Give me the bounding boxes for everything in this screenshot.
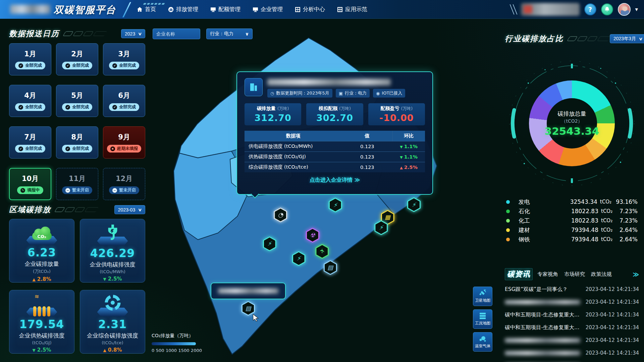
mouse-cursor-icon <box>252 314 259 321</box>
map-marker-document[interactable]: ▤ <box>324 260 337 275</box>
map-marker-lightning[interactable]: ⚡ <box>407 197 421 212</box>
month-card-may[interactable]: 5月 ✔全部完成 <box>56 85 98 117</box>
check-icon: ✔ <box>18 105 23 110</box>
redacted-company-name <box>218 288 278 294</box>
lightning-icon: ⚡ <box>379 225 383 231</box>
badge-label: 全部完成 <box>72 104 89 110</box>
regional-period-select[interactable]: 2023-03∨ <box>114 205 145 214</box>
news-item[interactable]: 碳中和五期项目-生态修复重大工程2023-04-12 14:21:34 <box>505 321 639 334</box>
greenhouse-gas-button[interactable]: 温室气体 <box>473 332 492 352</box>
notifications-button[interactable] <box>601 3 613 15</box>
news-item[interactable]: 碳中和五期项目-生态修复重大工程...2023-04-12 14:21:34 <box>505 308 639 321</box>
nav-item-emission-management[interactable]: 排放管理 <box>168 6 198 13</box>
satellite-icon <box>479 290 487 297</box>
industry-filter-select[interactable]: 行业：电力 ∨ <box>206 28 253 39</box>
chevron-down-icon: ∨ <box>245 31 249 37</box>
map-marker-gauge[interactable]: ◔ <box>274 207 287 222</box>
help-button[interactable]: ? <box>584 3 596 15</box>
tab-policy[interactable]: 政策法规 <box>591 271 612 278</box>
tag-update-time: ◷数据更新时间：2023年5月 <box>267 89 332 98</box>
month-card-aug[interactable]: 8月 ✔全部完成 <box>56 126 98 159</box>
popup-data-table: 数据项 值 环比 供电碳排放强度 (tCO₂/MWh) 0.123 1.1% 供… <box>245 131 425 172</box>
nav-label: 配额管理 <box>218 6 240 13</box>
heater-icon <box>33 299 50 316</box>
gradient-bar <box>152 342 196 345</box>
metric-card-composite-intensity: 2.31 企业综合碳排放强度 (tCO₂/tce) 0.8% <box>80 290 145 354</box>
year-value: 2023 <box>125 31 135 37</box>
tab-expert-view[interactable]: 专家视角 <box>537 271 558 278</box>
map-marker-lightning[interactable]: ⚡ <box>374 220 388 235</box>
legend-row-petrochemical: 石化18022.83 tCO₂7.23% <box>506 206 638 216</box>
stat-emission: 碳排放量 (万吨) 312.70 <box>245 103 301 125</box>
gauge-icon: ◔ <box>278 212 283 218</box>
map-marker-lightning[interactable]: ⚡ <box>292 251 306 266</box>
month-card-oct[interactable]: 10月 ✎填报中 <box>9 168 51 200</box>
status-badge: ✔全部完成 <box>62 145 92 153</box>
change-down: 1.1% <box>400 154 418 160</box>
map-layer-buttons: 卫星地图 工况地图 温室气体 <box>473 287 492 352</box>
month-card-feb[interactable]: 2月 ✔全部完成 <box>56 43 98 75</box>
nav-item-quota-management[interactable]: 配额管理 <box>210 6 240 13</box>
metric-card-heat-intensity: 179.54 企业供热碳排强度 (tCO₂/GJ) 2.5% <box>9 290 74 354</box>
table-row: 综合碳排放强度 (tCO₂/tce) 0.123 2.5% <box>245 162 425 172</box>
bell-icon <box>604 6 610 12</box>
nav-item-analysis-center[interactable]: 分析中心 <box>295 6 325 13</box>
nav-item-home[interactable]: 首页 <box>137 6 156 13</box>
map-marker-radioactive[interactable]: ☢ <box>306 228 319 243</box>
calendar-year-select[interactable]: 2023∨ <box>121 29 145 38</box>
plane-icon: ✈ <box>319 249 325 254</box>
server-stack-icon <box>479 312 487 320</box>
molecule-icon <box>479 335 487 343</box>
metric-unit: (tCO₂/tce) <box>102 340 123 345</box>
map-marker-plane[interactable]: ✈ <box>315 244 329 259</box>
enterprise-detail-link[interactable]: 点击进入企业详情 ≫ <box>245 177 425 184</box>
month-label: 10月 <box>22 174 39 183</box>
nav-label: 企业管理 <box>261 6 283 13</box>
news-item[interactable]: ESG跟“双碳”是一回事么？2023-04-12 14:21:34 <box>505 283 639 296</box>
user-avatar[interactable] <box>618 3 631 16</box>
month-card-sep[interactable]: 9月 ✖超期未填报 <box>103 126 145 159</box>
month-card-jan[interactable]: 1月 ✔全部完成 <box>9 43 51 75</box>
month-label: 8月 <box>71 132 83 142</box>
redacted-org-info <box>521 3 580 16</box>
news-item-redacted[interactable]: 2023-04-12 14:21:34 <box>505 334 639 347</box>
month-card-jun[interactable]: 6月 ✔全部完成 <box>103 85 145 117</box>
col-header-item: 数据项 <box>245 131 342 141</box>
news-more-link[interactable]: ≫ <box>633 271 639 278</box>
slash-decoration: ╲╲ <box>510 4 516 14</box>
map-marker-lightning[interactable]: ⚡ <box>329 198 342 213</box>
news-item-redacted[interactable]: 2023-04-12 14:21:34 <box>505 359 639 362</box>
news-item-redacted[interactable]: 2023-04-12 14:21:34 <box>505 296 639 308</box>
document-icon: ▤ <box>327 264 333 270</box>
month-card-jul[interactable]: 7月 ✔全部完成 <box>9 126 51 159</box>
nav-item-application-demo[interactable]: 应用示范 <box>337 6 367 13</box>
layer-label: 温室气体 <box>475 344 490 349</box>
industry-period-select[interactable]: 2023年3月∨ <box>610 34 644 43</box>
legend-row-power: 发电32543.34 tCO₂93.16% <box>506 197 638 206</box>
operating-map-button[interactable]: 工况地图 <box>473 309 492 329</box>
tab-market-research[interactable]: 市场研究 <box>564 271 585 278</box>
news-item-redacted[interactable]: 2023-04-12 14:21:34 <box>505 347 639 359</box>
check-icon: ✔ <box>65 105 70 110</box>
user-menu-caret-icon[interactable]: ▼ <box>635 7 638 12</box>
map-marker-lightning[interactable]: ⚡ <box>263 236 276 251</box>
regional-title: 区域碳排放 <box>9 204 51 215</box>
month-card-dec[interactable]: 12月 −暂未开启 <box>103 168 145 200</box>
badge-label: 全部完成 <box>119 63 136 68</box>
change-up: 2.5% <box>400 165 418 170</box>
donut-center-label: 碳排放总量 （tCO2） 32543.34 <box>529 80 615 166</box>
month-card-apr[interactable]: 4月 ✔全部完成 <box>9 85 51 117</box>
calculator-icon <box>337 7 343 12</box>
month-card-mar[interactable]: 3月 ✔全部完成 <box>103 43 145 75</box>
map-company-tooltip[interactable] <box>211 283 286 299</box>
satellite-map-button[interactable]: 卫星地图 <box>473 287 492 306</box>
redacted-news-title <box>505 351 580 355</box>
building-icon <box>245 78 263 96</box>
company-name-input[interactable] <box>153 28 200 39</box>
check-icon: ✔ <box>18 63 23 68</box>
metric-label: 企业供热碳排强度 <box>19 332 65 340</box>
month-card-nov[interactable]: 11月 −暂未开启 <box>56 168 98 200</box>
map-marker-document-selected[interactable]: ▤ <box>241 301 255 316</box>
status-badge: ✖超期未填报 <box>107 145 142 153</box>
nav-item-enterprise-management[interactable]: 企业管理 <box>253 6 283 13</box>
